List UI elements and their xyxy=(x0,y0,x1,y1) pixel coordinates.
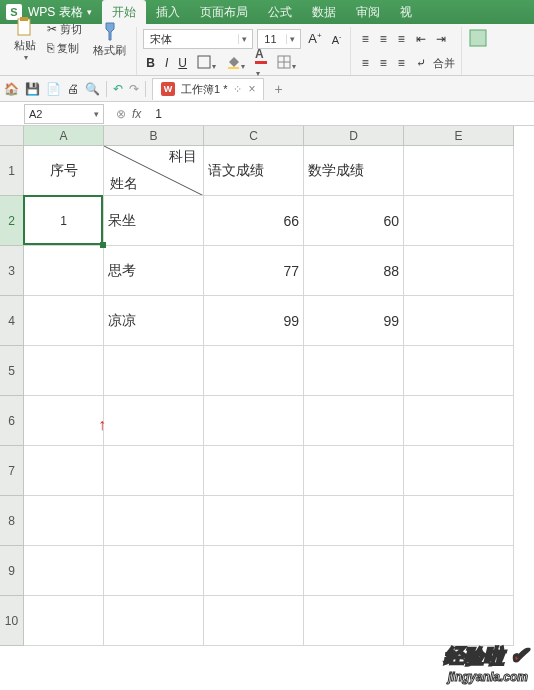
row-header-2[interactable]: 2 xyxy=(0,196,24,246)
align-top-left[interactable]: ≡ xyxy=(357,32,373,46)
font-color-button[interactable]: A▾ xyxy=(252,46,270,80)
cell-C5[interactable] xyxy=(204,346,304,396)
cell-seq-1[interactable]: 1 xyxy=(24,196,104,246)
cell-name-2[interactable]: 思考 xyxy=(104,246,204,296)
align-right[interactable]: ≡ xyxy=(393,56,409,70)
border-button[interactable]: ▾ xyxy=(194,54,219,73)
cell-B8[interactable] xyxy=(104,496,204,546)
cell-A4[interactable] xyxy=(24,296,104,346)
cell-A10[interactable] xyxy=(24,596,104,646)
cell-C6[interactable] xyxy=(204,396,304,446)
cell-seq-header[interactable]: 序号 xyxy=(24,146,104,196)
shrink-font-button[interactable]: A- xyxy=(329,32,345,47)
cell-A5[interactable] xyxy=(24,346,104,396)
tab-view[interactable]: 视 xyxy=(390,0,422,24)
merge-label[interactable]: 合并 xyxy=(433,56,455,71)
cell-math-3[interactable]: 99 xyxy=(304,296,404,346)
cell-math-header[interactable]: 数学成绩 xyxy=(304,146,404,196)
row-header-10[interactable]: 10 xyxy=(0,596,24,646)
copy-button[interactable]: ⎘ 复制 xyxy=(44,40,85,57)
indent-inc-button[interactable]: ⇥ xyxy=(433,31,449,47)
row-header-8[interactable]: 8 xyxy=(0,496,24,546)
cell-name-1[interactable]: 呆坐 xyxy=(104,196,204,246)
doc-pin-icon[interactable]: ⁘ xyxy=(233,83,242,96)
cell-A9[interactable] xyxy=(24,546,104,596)
cell-chinese-header[interactable]: 语文成绩 xyxy=(204,146,304,196)
qat-preview-icon[interactable]: 🔍 xyxy=(85,82,100,96)
cell-E4[interactable] xyxy=(404,296,514,346)
cell-name-3[interactable]: 凉凉 xyxy=(104,296,204,346)
cell-E2[interactable] xyxy=(404,196,514,246)
cell-D5[interactable] xyxy=(304,346,404,396)
col-header-C[interactable]: C xyxy=(204,126,304,146)
cell-C7[interactable] xyxy=(204,446,304,496)
fx-icon[interactable]: fx xyxy=(132,107,141,121)
row-header-1[interactable]: 1 xyxy=(0,146,24,196)
align-top-right[interactable]: ≡ xyxy=(393,32,409,46)
cell-style-button[interactable]: ▾ xyxy=(274,54,299,73)
fill-color-button[interactable]: ▾ xyxy=(223,54,248,73)
wrap-button[interactable]: ⤶ xyxy=(413,55,429,71)
row-header-7[interactable]: 7 xyxy=(0,446,24,496)
cell-D8[interactable] xyxy=(304,496,404,546)
cell-math-2[interactable]: 88 xyxy=(304,246,404,296)
app-menu-arrow-icon[interactable]: ▾ xyxy=(87,7,92,17)
qat-undo-icon[interactable]: ↶ xyxy=(113,82,123,96)
qat-print-icon[interactable]: 🖨 xyxy=(67,82,79,96)
cell-name-subject-header[interactable]: 科目姓名 xyxy=(104,146,204,196)
cell-E1[interactable] xyxy=(404,146,514,196)
qat-home-icon[interactable]: 🏠 xyxy=(4,82,19,96)
align-center[interactable]: ≡ xyxy=(375,56,391,70)
cell-C9[interactable] xyxy=(204,546,304,596)
cell-E9[interactable] xyxy=(404,546,514,596)
tab-data[interactable]: 数据 xyxy=(302,0,346,24)
select-all-corner[interactable] xyxy=(0,126,24,146)
fx-cancel-icon[interactable]: ⊗ xyxy=(116,107,126,121)
qat-redo-icon[interactable]: ↷ xyxy=(129,82,139,96)
grow-font-button[interactable]: A+ xyxy=(305,30,324,47)
paste-button[interactable]: 粘贴▾ xyxy=(10,14,40,64)
cell-C10[interactable] xyxy=(204,596,304,646)
cell-D7[interactable] xyxy=(304,446,404,496)
cell-E10[interactable] xyxy=(404,596,514,646)
cell-chinese-2[interactable]: 77 xyxy=(204,246,304,296)
close-tab-icon[interactable]: × xyxy=(248,82,255,96)
cell-D9[interactable] xyxy=(304,546,404,596)
cell-A6[interactable] xyxy=(24,396,104,446)
cell-B6[interactable] xyxy=(104,396,204,446)
cell-C8[interactable] xyxy=(204,496,304,546)
italic-button[interactable]: I xyxy=(162,55,171,71)
col-header-A[interactable]: A xyxy=(24,126,104,146)
font-name-combo[interactable]: 宋体▾ xyxy=(143,29,253,49)
new-tab-button[interactable]: + xyxy=(270,81,286,97)
cell-B5[interactable] xyxy=(104,346,204,396)
col-header-D[interactable]: D xyxy=(304,126,404,146)
cell-E5[interactable] xyxy=(404,346,514,396)
cell-D6[interactable] xyxy=(304,396,404,446)
align-left[interactable]: ≡ xyxy=(357,56,373,70)
cell-A3[interactable] xyxy=(24,246,104,296)
cell-chinese-3[interactable]: 99 xyxy=(204,296,304,346)
cell-chinese-1[interactable]: 66 xyxy=(204,196,304,246)
qat-saveas-icon[interactable]: 📄 xyxy=(46,82,61,96)
cell-D10[interactable] xyxy=(304,596,404,646)
bold-button[interactable]: B xyxy=(143,55,158,71)
col-header-B[interactable]: B xyxy=(104,126,204,146)
cell-E7[interactable] xyxy=(404,446,514,496)
qat-save-icon[interactable]: 💾 xyxy=(25,82,40,96)
row-header-4[interactable]: 4 xyxy=(0,296,24,346)
name-box-arrow-icon[interactable]: ▾ xyxy=(94,109,99,119)
row-header-9[interactable]: 9 xyxy=(0,546,24,596)
tab-formula[interactable]: 公式 xyxy=(258,0,302,24)
cell-A7[interactable] xyxy=(24,446,104,496)
document-tab[interactable]: W 工作簿1 * ⁘ × xyxy=(152,78,264,100)
row-header-3[interactable]: 3 xyxy=(0,246,24,296)
table-style-icon[interactable] xyxy=(468,28,488,50)
name-box[interactable]: A2 ▾ xyxy=(24,104,104,124)
indent-dec-button[interactable]: ⇤ xyxy=(413,31,429,47)
tab-review[interactable]: 审阅 xyxy=(346,0,390,24)
cut-button[interactable]: ✂ 剪切 xyxy=(44,21,85,38)
fill-handle[interactable] xyxy=(100,242,106,248)
cell-E6[interactable] xyxy=(404,396,514,446)
cell-E8[interactable] xyxy=(404,496,514,546)
